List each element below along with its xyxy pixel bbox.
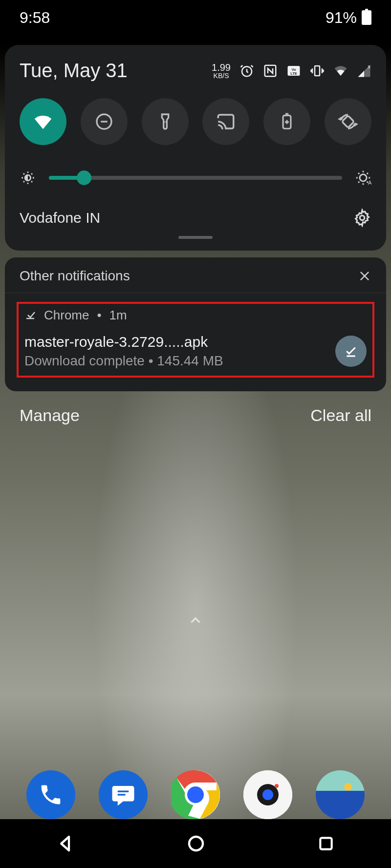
clear-all-button[interactable]: Clear all	[310, 406, 371, 425]
messages-icon	[110, 782, 136, 808]
chrome-icon	[171, 770, 220, 819]
carrier-row: Vodafone IN	[20, 209, 371, 227]
notification-section-header: Other notifications	[5, 257, 386, 293]
dnd-icon	[94, 112, 114, 131]
cast-icon	[216, 111, 236, 132]
brightness-auto-icon[interactable]: A	[355, 169, 371, 186]
svg-text:A: A	[368, 180, 371, 186]
wifi-icon	[32, 110, 54, 133]
messages-app[interactable]	[99, 770, 148, 819]
qs-rotate-toggle[interactable]	[325, 98, 371, 145]
brightness-slider-thumb[interactable]	[77, 170, 91, 185]
notification-app-name: Chrome	[44, 308, 89, 323]
chevron-up-icon[interactable]	[187, 612, 204, 629]
rotate-icon	[338, 111, 358, 132]
brightness-slider[interactable]	[49, 176, 342, 180]
notification-separator: •	[97, 308, 101, 323]
flashlight-icon	[155, 112, 175, 131]
notification-title: master-royale-3.2729.....apk	[24, 334, 223, 350]
svg-point-22	[189, 837, 203, 850]
app-dock	[0, 770, 391, 819]
svg-rect-23	[321, 838, 332, 849]
gallery-app[interactable]	[316, 770, 365, 819]
close-icon[interactable]	[358, 269, 371, 283]
panel-date: Tue, May 31	[20, 60, 128, 82]
quick-toggles-row	[20, 98, 371, 145]
wifi-status-icon	[333, 64, 348, 78]
notification-subtitle: Download complete • 145.44 MB	[24, 353, 223, 369]
svg-point-21	[275, 784, 279, 788]
carrier-label: Vodafone IN	[20, 210, 100, 226]
notification-age: 1m	[109, 308, 127, 323]
notification-actions: Manage Clear all	[0, 391, 391, 440]
brightness-low-icon	[20, 169, 36, 186]
nav-recents-button[interactable]	[316, 834, 336, 853]
qs-battery-saver-toggle[interactable]	[263, 98, 310, 145]
settings-gear-icon[interactable]	[353, 209, 371, 227]
status-bar: 9:58 91%	[0, 0, 391, 35]
svg-rect-5	[315, 66, 320, 76]
qs-wifi-toggle[interactable]	[20, 98, 66, 145]
volte-icon: VoLTE	[286, 64, 301, 78]
download-complete-icon	[24, 310, 36, 321]
alarm-icon	[239, 64, 254, 78]
svg-text:LTE: LTE	[290, 71, 297, 75]
nfc-icon	[263, 64, 278, 78]
vibrate-icon	[310, 64, 325, 78]
notification-text: master-royale-3.2729.....apk Download co…	[24, 334, 223, 369]
svg-rect-9	[342, 116, 354, 128]
network-speed-icon: 1.99 KB/S	[212, 63, 231, 79]
camera-app[interactable]	[243, 770, 292, 819]
battery-percent: 91%	[326, 9, 357, 27]
notification-content: master-royale-3.2729.....apk Download co…	[24, 334, 367, 369]
svg-point-20	[262, 789, 273, 800]
navigation-bar	[0, 819, 391, 868]
panel-drag-handle[interactable]	[178, 236, 213, 239]
notification-section-title: Other notifications	[20, 268, 130, 284]
svg-point-17	[187, 786, 204, 803]
notification-section: Other notifications Chrome • 1m master-r…	[5, 257, 386, 391]
notification-item[interactable]: Chrome • 1m master-royale-3.2729.....apk…	[17, 302, 374, 378]
status-time: 9:58	[20, 9, 50, 27]
qs-dnd-toggle[interactable]	[81, 98, 128, 145]
notification-open-button[interactable]	[335, 336, 367, 367]
phone-icon	[38, 782, 64, 807]
quick-settings-panel: Tue, May 31 1.99 KB/S VoLTE x	[5, 45, 386, 251]
signal-icon: x	[357, 64, 371, 78]
notification-app-line: Chrome • 1m	[24, 308, 367, 323]
phone-app[interactable]	[26, 770, 75, 819]
notification-body: Chrome • 1m master-royale-3.2729.....apk…	[5, 293, 386, 391]
qs-cast-toggle[interactable]	[202, 98, 249, 145]
camera-icon	[243, 770, 292, 819]
status-right: 91%	[326, 9, 371, 27]
check-download-icon	[344, 344, 358, 359]
battery-icon	[362, 10, 371, 25]
brightness-row: A	[20, 169, 371, 186]
qs-flashlight-toggle[interactable]	[142, 98, 189, 145]
panel-header: Tue, May 31 1.99 KB/S VoLTE x	[20, 60, 371, 82]
manage-button[interactable]: Manage	[20, 406, 80, 425]
svg-point-14	[360, 215, 365, 220]
svg-text:x: x	[368, 64, 371, 69]
svg-point-12	[360, 174, 367, 181]
nav-back-button[interactable]	[55, 833, 76, 854]
nav-home-button[interactable]	[186, 833, 206, 854]
header-status-icons: 1.99 KB/S VoLTE x	[212, 63, 371, 79]
chrome-app[interactable]	[171, 770, 220, 819]
battery-saver-icon	[278, 112, 296, 131]
